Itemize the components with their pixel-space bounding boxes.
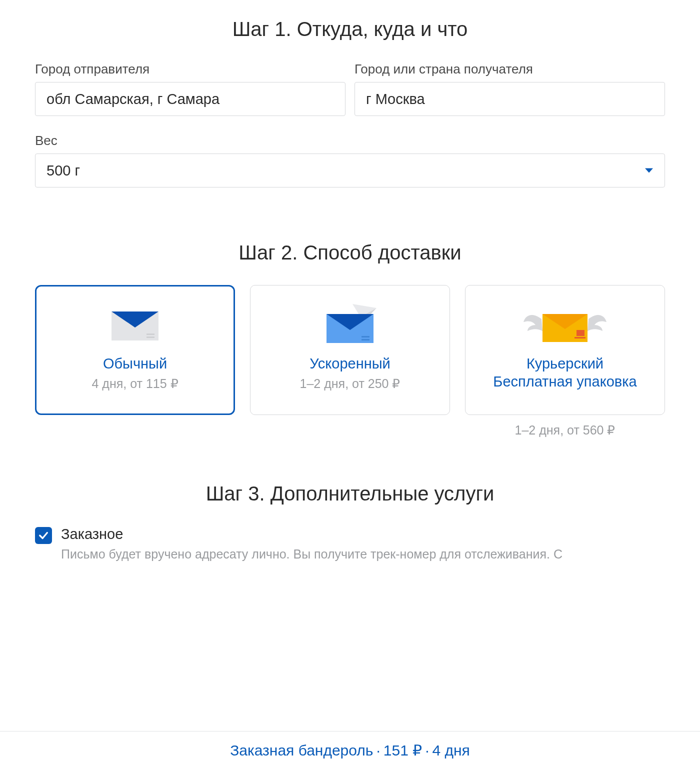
to-city-input[interactable] <box>354 82 665 116</box>
step3-title: Шаг 3. Дополнительные услуги <box>35 482 665 505</box>
envelope-fast-icon <box>318 302 382 348</box>
weight-value: 500 г <box>46 162 80 179</box>
summary-text[interactable]: Заказная бандероль·151 ₽·4 дня <box>230 742 470 759</box>
delivery-option-courier[interactable]: Курьерский Бесплатная упаковка <box>465 285 665 415</box>
option-registered-desc: Письмо будет вручено адресату лично. Вы … <box>61 546 665 563</box>
svg-rect-8 <box>362 336 370 338</box>
svg-rect-12 <box>576 330 584 336</box>
weight-select[interactable]: 500 г <box>35 154 665 188</box>
card-title: Курьерский Бесплатная упаковка <box>493 354 636 391</box>
svg-rect-3 <box>146 336 154 338</box>
card-title: Ускоренный <box>310 354 390 372</box>
card-title: Обычный <box>103 354 167 372</box>
svg-rect-13 <box>574 337 586 338</box>
to-label: Город или страна получателя <box>354 62 665 77</box>
card-sub: 1–2 дня, от 250 ₽ <box>300 376 400 391</box>
step1-title: Шаг 1. Откуда, куда и что <box>35 18 665 40</box>
chevron-down-icon <box>645 168 653 173</box>
delivery-option-standard[interactable]: Обычный 4 дня, от 115 ₽ <box>35 285 235 415</box>
step2-title: Шаг 2. Способ доставки <box>35 242 665 264</box>
from-city-input[interactable] <box>35 82 346 116</box>
weight-label: Вес <box>35 133 665 148</box>
svg-rect-9 <box>362 339 370 340</box>
summary-bar: Заказная бандероль·151 ₽·4 дня <box>0 731 700 769</box>
registered-checkbox[interactable] <box>35 527 52 544</box>
from-label: Город отправителя <box>35 62 346 77</box>
svg-rect-2 <box>146 334 154 335</box>
option-registered-label: Заказное <box>61 526 665 542</box>
check-icon <box>38 530 49 541</box>
card-sub: 4 дня, от 115 ₽ <box>92 376 178 391</box>
envelope-icon <box>108 302 162 348</box>
delivery-option-express[interactable]: Ускоренный 1–2 дня, от 250 ₽ <box>250 285 450 415</box>
envelope-wings-icon <box>522 302 608 348</box>
card-outside-sub: 1–2 дня, от 560 ₽ <box>465 423 665 438</box>
